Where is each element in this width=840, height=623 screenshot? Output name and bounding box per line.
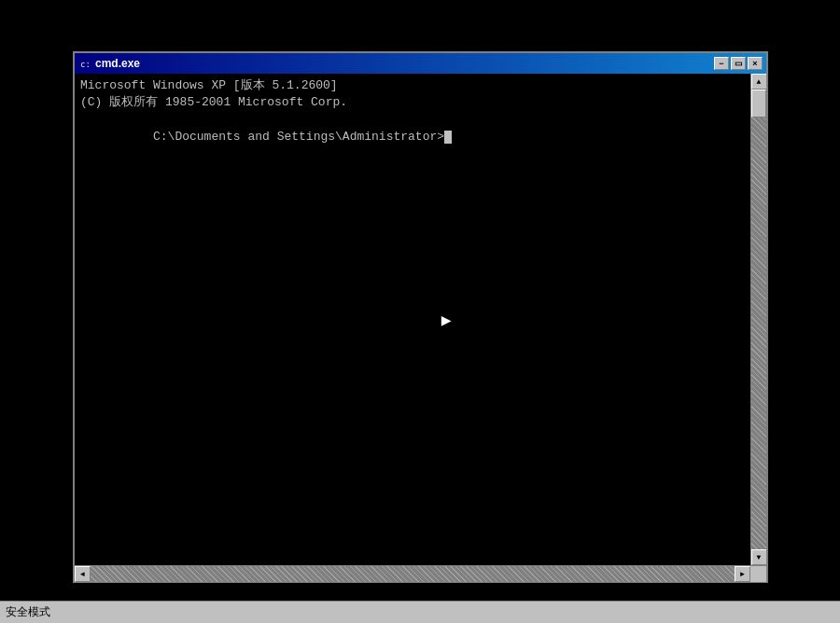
scroll-track-horizontal[interactable] (91, 566, 735, 582)
svg-text:c:\: c:\ (80, 60, 91, 69)
title-bar-buttons: − ▭ × (714, 57, 763, 70)
terminal-line-1: Microsoft Windows XP [版本 5.1.2600] (80, 77, 745, 94)
status-bar: 安全模式 (0, 601, 840, 623)
scroll-right-button[interactable]: ► (735, 566, 750, 582)
title-bar-left: c:\ cmd.exe (78, 57, 140, 70)
close-button[interactable]: × (748, 57, 763, 70)
scroll-track-vertical[interactable] (751, 90, 766, 549)
desktop: c:\ cmd.exe − ▭ × Microsoft Windows XP [… (0, 0, 840, 623)
scroll-thumb-vertical[interactable] (751, 90, 766, 118)
cmd-bottom: ◄ ► (75, 565, 766, 581)
status-text: 安全模式 (6, 604, 50, 620)
terminal-cursor (444, 131, 452, 144)
mouse-cursor-indicator: ▶ (441, 310, 452, 330)
cmd-icon: c:\ (78, 57, 91, 70)
cmd-content-area: Microsoft Windows XP [版本 5.1.2600] (C) 版… (75, 74, 766, 565)
scroll-up-button[interactable]: ▲ (751, 74, 767, 90)
terminal-line-2: (C) 版权所有 1985-2001 Microsoft Corp. (80, 94, 745, 111)
terminal-line-4: C:\Documents and Settings\Administrator> (80, 111, 745, 162)
minimize-button[interactable]: − (714, 57, 729, 70)
restore-button[interactable]: ▭ (731, 57, 746, 70)
scroll-corner (750, 566, 766, 582)
title-bar: c:\ cmd.exe − ▭ × (75, 53, 766, 74)
horizontal-scrollbar[interactable]: ◄ ► (75, 566, 750, 582)
cmd-terminal[interactable]: Microsoft Windows XP [版本 5.1.2600] (C) 版… (75, 74, 750, 565)
cmd-window: c:\ cmd.exe − ▭ × Microsoft Windows XP [… (73, 51, 768, 583)
vertical-scrollbar[interactable]: ▲ ▼ (750, 74, 766, 565)
window-title: cmd.exe (95, 57, 140, 70)
scroll-left-button[interactable]: ◄ (75, 566, 91, 582)
scroll-down-button[interactable]: ▼ (751, 549, 767, 565)
